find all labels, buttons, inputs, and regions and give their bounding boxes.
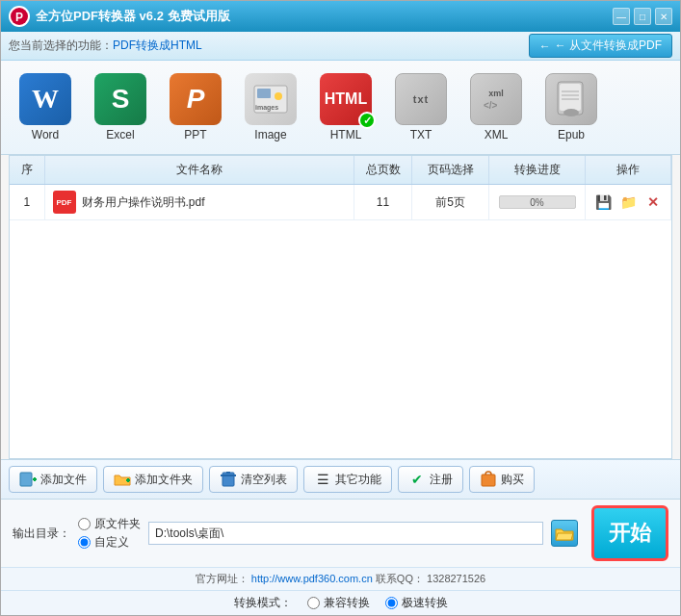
close-button[interactable]: ✕ [655,8,672,25]
icon-item-epub[interactable]: Epub [538,68,604,146]
txt-icon-box: txt [395,73,447,125]
icon-item-ppt[interactable]: P PPT [163,68,228,146]
output-label: 输出目录： [13,526,70,542]
cell-filename: PDF 财务用户操作说明书.pdf [44,185,354,220]
info-bar: 官方网址： http://www.pdf360.com.cn 联系QQ： 132… [1,567,680,590]
output-row: 输出目录： 原文件夹 自定义 开始 [1,500,680,567]
add-file-button[interactable]: 添加文件 [9,466,97,493]
radio-original-row[interactable]: 原文件夹 [78,516,141,532]
output-path-input[interactable] [148,522,543,545]
action-folder-icon[interactable]: 📁 [618,192,638,212]
txt-label: TXT [410,128,432,141]
add-folder-icon [114,471,131,488]
radio-group: 原文件夹 自定义 [78,516,141,551]
add-file-icon [19,471,37,488]
action-icons: 💾 📁 ✕ [593,192,663,212]
mode-fast-row[interactable]: 极速转换 [385,595,448,611]
action-delete-icon[interactable]: ✕ [643,192,663,212]
filename-cell: PDF 财务用户操作说明书.pdf [53,191,347,214]
icon-item-word[interactable]: W Word [13,68,78,146]
file-table: 序 文件名称 总页数 页码选择 转换进度 操作 1 PDF 财务用户操作说明书.… [10,156,671,220]
radio-original[interactable] [78,518,91,530]
mode-fast-label: 极速转换 [402,595,448,611]
excel-icon-box: S [94,73,146,125]
app-logo: P [9,6,30,27]
add-folder-label: 添加文件夹 [135,472,193,488]
ppt-label: PPT [184,128,206,141]
toolbar-function: PDF转换成HTML [113,38,202,54]
convert-mode-label: 转换模式： [234,595,292,611]
icon-item-html[interactable]: HTML ✓ HTML [313,68,379,146]
cell-total-pages: 11 [354,185,412,220]
svg-point-5 [275,92,282,100]
clear-list-label: 清空列表 [241,472,287,488]
minimize-button[interactable]: — [613,8,630,25]
clear-list-button[interactable]: 清空列表 [209,466,298,493]
col-page-select: 页码选择 [412,156,489,185]
window-controls: — □ ✕ [613,8,672,25]
progress-bar-wrap: 0% [499,195,576,209]
cell-page-select: 前5页 [412,185,489,220]
icon-strip: W Word S Excel P PPT images [1,61,680,155]
browse-folder-button[interactable] [551,520,578,547]
html-icon-box: HTML ✓ [320,73,372,125]
radio-custom[interactable] [78,536,91,549]
svg-text:</>: </> [484,100,498,110]
html-inner: HTML [325,90,367,108]
app-window: P 全方位PDF转换器 v6.2 免费试用版 — □ ✕ 您当前选择的功能： P… [0,0,681,616]
word-letter: W [32,84,59,115]
image-icon-box: images [245,73,297,125]
epub-label: Epub [558,128,585,141]
register-button[interactable]: ✔ 注册 [398,466,463,493]
info-website-link[interactable]: http://www.pdf360.com.cn [251,573,373,584]
app-title: 全方位PDF转换器 v6.2 免费试用版 [36,8,613,25]
title-bar: P 全方位PDF转换器 v6.2 免费试用版 — □ ✕ [1,1,680,32]
pdf-icon: PDF [53,191,76,214]
xml-icon-box: xml </> [470,73,522,125]
info-qq-number: 1328271526 [427,573,485,584]
epub-icon-box [545,73,597,125]
add-file-label: 添加文件 [40,472,87,488]
maximize-button[interactable]: □ [634,8,651,25]
radio-original-label: 原文件夹 [94,516,141,532]
svg-text:images: images [255,104,278,112]
progress-label: 0% [500,196,575,208]
cell-actions: 💾 📁 ✕ [586,185,671,220]
ppt-icon-box: P [170,73,222,125]
file-table-area: 序 文件名称 总页数 页码选择 转换进度 操作 1 PDF 财务用户操作说明书.… [9,155,672,459]
table-row: 1 PDF 财务用户操作说明书.pdf 11 前5页 0% [10,185,671,220]
mode-fast-radio[interactable] [385,597,398,609]
radio-custom-row[interactable]: 自定义 [78,534,141,551]
other-func-button[interactable]: ☰ 其它功能 [303,466,392,493]
add-folder-button[interactable]: 添加文件夹 [103,466,203,493]
word-label: Word [32,128,59,141]
col-filename: 文件名称 [44,156,354,185]
svg-rect-21 [482,475,495,486]
icon-item-txt[interactable]: txt TXT [388,68,454,146]
toolbar: 您当前选择的功能： PDF转换成HTML ← ← 从文件转换成PDF [1,32,680,61]
convert-from-file-button[interactable]: ← ← 从文件转换成PDF [529,34,672,58]
other-func-label: 其它功能 [335,472,381,488]
epub-svg [554,80,589,118]
image-label: Image [254,128,286,141]
icon-item-image[interactable]: images Image [238,68,303,146]
svg-rect-3 [257,89,271,98]
clear-list-icon [220,471,237,488]
col-progress: 转换进度 [489,156,586,185]
svg-rect-8 [560,84,581,111]
info-qq-prefix: 联系QQ： [376,573,424,584]
svg-text:P: P [15,11,23,24]
buy-button[interactable]: 购买 [469,466,535,493]
mode-compatible-radio[interactable] [307,597,320,609]
xml-label: XML [485,128,509,141]
action-save-icon[interactable]: 💾 [593,192,613,212]
excel-label: Excel [106,128,134,141]
icon-item-xml[interactable]: xml </> XML [463,68,529,146]
mode-compatible-row[interactable]: 兼容转换 [307,595,370,611]
register-label: 注册 [430,472,453,488]
register-icon: ✔ [408,471,426,488]
icon-item-excel[interactable]: S Excel [88,68,153,146]
start-button[interactable]: 开始 [591,505,668,561]
start-label: 开始 [609,519,651,548]
other-func-icon: ☰ [314,471,331,488]
